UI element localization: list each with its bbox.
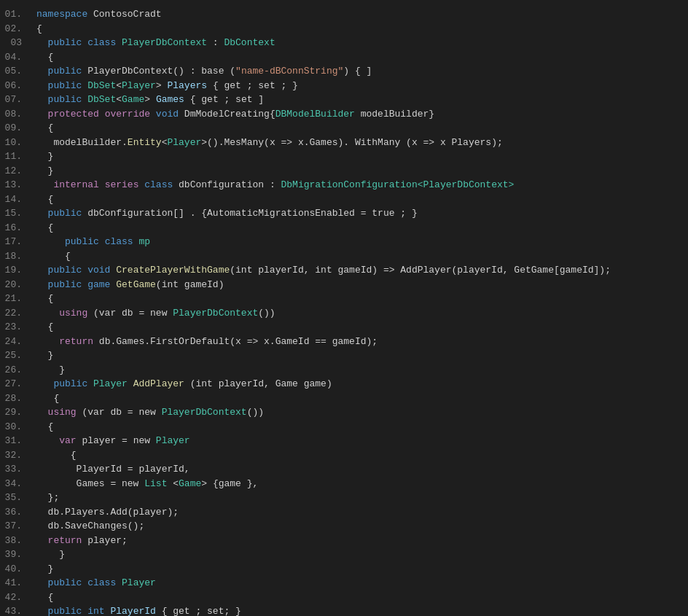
code-line: public void CreatePlayerWithGame(int pla… (31, 263, 611, 278)
code-line: protected override void DmModelCreating{… (31, 107, 434, 122)
code-line: public game GetGame(int gameId) (31, 278, 224, 292)
line-number: 35. (0, 491, 31, 505)
table-row: 20. public game GetGame(int gameId) (0, 278, 688, 292)
line-number: 13. (0, 178, 31, 192)
code-line: { (31, 320, 53, 335)
table-row: 06. public DbSet<Player> Players { get ;… (0, 79, 688, 93)
code-line: return db.Games.FirstOrDefault(x => x.Ga… (31, 335, 378, 349)
table-row: 02.{ (0, 22, 688, 36)
code-editor: 01.namespace ContosoCradt02.{03 public c… (0, 0, 688, 616)
line-number: 33. (0, 462, 31, 477)
line-number: 09. (0, 121, 31, 136)
code-line: } (31, 562, 53, 577)
code-line: PlayerId = playerId, (31, 462, 190, 477)
table-row: 40. } (0, 562, 688, 577)
line-number: 05. (0, 64, 31, 79)
line-number: 22. (0, 306, 31, 321)
line-number: 27. (0, 377, 31, 391)
line-number: 23. (0, 320, 31, 335)
line-number: 28. (0, 391, 31, 406)
table-row: 35. }; (0, 491, 688, 505)
code-line: var player = new Player (31, 434, 190, 448)
code-line: public dbConfiguration[] . {AutomaticMig… (31, 206, 418, 221)
table-row: 42. { (0, 590, 688, 605)
line-number: 36. (0, 505, 31, 520)
line-number: 31. (0, 434, 31, 448)
line-number: 17. (0, 235, 31, 249)
table-row: 01.namespace ContosoCradt (0, 7, 688, 22)
code-line: modelBuilder.Entity<Player>().MesMany(x … (31, 136, 503, 150)
table-row: 05. public PlayerDbContext() : base ("na… (0, 64, 688, 79)
code-line: db.Players.Add(player); (31, 505, 179, 520)
line-number: 39. (0, 547, 31, 562)
line-number: 16. (0, 221, 31, 235)
code-line: using (var db = new PlayerDbContext()) (31, 306, 275, 321)
line-number: 24. (0, 335, 31, 349)
line-number: 43. (0, 604, 31, 616)
line-number: 30. (0, 420, 31, 434)
code-line: } (31, 363, 65, 378)
line-number: 18. (0, 249, 31, 264)
code-line: { (31, 391, 59, 406)
table-row: 32. { (0, 448, 688, 463)
code-line: { (31, 50, 53, 65)
table-row: 15. public dbConfiguration[] . {Automati… (0, 206, 688, 221)
table-row: 13. internal series class dbConfiguratio… (0, 178, 688, 192)
code-line: public class mp (31, 235, 150, 249)
table-row: 14. { (0, 192, 688, 207)
line-number: 32. (0, 448, 31, 463)
line-number: 42. (0, 590, 31, 605)
code-line: { (31, 22, 42, 36)
line-number: 15. (0, 206, 31, 221)
code-line: using (var db = new PlayerDbContext()) (31, 405, 264, 420)
table-row: 21. { (0, 292, 688, 306)
line-number: 12. (0, 164, 31, 179)
line-number: 37. (0, 519, 31, 534)
table-row: 36. db.Players.Add(player); (0, 505, 688, 520)
table-row: 19. public void CreatePlayerWithGame(int… (0, 263, 688, 278)
line-number: 02. (0, 22, 31, 36)
table-row: 38. return player; (0, 534, 688, 548)
table-row: 37. db.SaveChanges(); (0, 519, 688, 534)
code-line: { (31, 192, 53, 207)
table-row: 26. } (0, 363, 688, 378)
table-row: 31. var player = new Player (0, 434, 688, 448)
table-row: 30. { (0, 420, 688, 434)
code-line: Games = new List <Game> {game }, (31, 477, 258, 491)
table-row: 04. { (0, 50, 688, 65)
table-row: 34. Games = new List <Game> {game }, (0, 477, 688, 491)
table-row: 11. } (0, 149, 688, 164)
line-number: 07. (0, 93, 31, 107)
code-line: public class Player (31, 576, 156, 590)
code-line: } (31, 348, 53, 363)
line-number: 29. (0, 405, 31, 420)
line-number: 14. (0, 192, 31, 207)
code-line: public PlayerDbContext() : base ("name-d… (31, 64, 372, 79)
line-number: 06. (0, 79, 31, 93)
code-line: public DbSet<Game> Games { get ; set ] (31, 93, 264, 107)
code-line: { (31, 249, 71, 264)
code-line: { (31, 121, 53, 136)
line-number: 01. (0, 7, 31, 22)
line-number: 34. (0, 477, 31, 491)
line-number: 03 (0, 36, 31, 50)
code-line: { (31, 292, 53, 306)
code-line: public int PlayerId { get ; set; } (31, 604, 241, 616)
line-number: 04. (0, 50, 31, 65)
code-line: }; (31, 491, 59, 505)
code-line: public Player AddPlayer (int playerId, G… (31, 377, 332, 391)
code-line: { (31, 221, 53, 235)
line-number: 40. (0, 562, 31, 577)
table-row: 27. public Player AddPlayer (int playerI… (0, 377, 688, 391)
table-row: 07. public DbSet<Game> Games { get ; set… (0, 93, 688, 107)
code-line: return player; (31, 534, 128, 548)
table-row: 25. } (0, 348, 688, 363)
code-line: { (31, 420, 53, 434)
code-line: namespace ContosoCradt (31, 7, 162, 22)
table-row: 28. { (0, 391, 688, 406)
line-number: 11. (0, 149, 31, 164)
line-number: 41. (0, 576, 31, 590)
line-number: 10. (0, 136, 31, 150)
code-line: db.SaveChanges(); (31, 519, 144, 534)
line-number: 21. (0, 292, 31, 306)
